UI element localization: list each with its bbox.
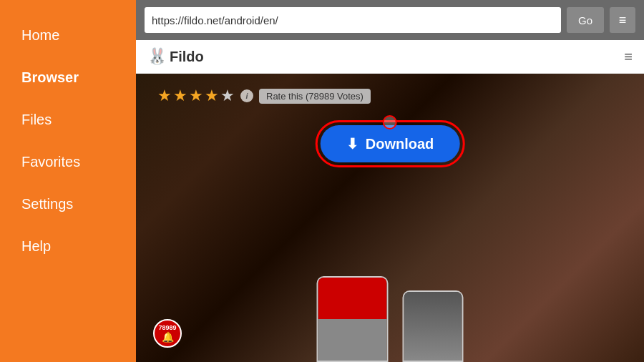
address-bar: Go ≡ — [136, 0, 644, 40]
star-5: ★ — [220, 87, 235, 105]
main-content: Go ≡ 🐰 Fildo ≡ ★ ★ ★ ★ ★ — [136, 0, 644, 362]
bell-icon: 🔔 — [162, 331, 174, 343]
phone-screen-2 — [404, 292, 462, 361]
browser-menu-button[interactable]: ≡ — [610, 7, 635, 33]
sidebar-item-files[interactable]: Files — [0, 99, 136, 141]
star-3: ★ — [189, 87, 203, 105]
votes-number: 78989 — [158, 324, 176, 331]
browser-content: ★ ★ ★ ★ ★ i Rate this (78989 Votes) ⬇ Do… — [136, 74, 644, 362]
click-indicator — [383, 115, 397, 129]
phone-area — [317, 276, 464, 362]
sidebar-item-favorites[interactable]: Favorites — [0, 141, 136, 183]
rabbit-icon: 🐰 — [147, 47, 167, 66]
phone-mockup-2 — [403, 290, 464, 362]
phone-mockup-1 — [317, 276, 389, 362]
sidebar-item-browser[interactable]: Browser — [0, 57, 136, 99]
star-rating: ★ ★ ★ ★ ★ — [157, 87, 235, 105]
go-button[interactable]: Go — [567, 7, 604, 33]
star-1: ★ — [157, 87, 172, 105]
sidebar-item-settings[interactable]: Settings — [0, 183, 136, 225]
download-arrow-icon: ⬇ — [346, 135, 358, 152]
download-highlight: ⬇ Download — [316, 120, 465, 167]
sidebar-item-home[interactable]: Home — [0, 14, 136, 57]
download-button[interactable]: ⬇ Download — [321, 125, 460, 162]
info-icon[interactable]: i — [240, 89, 253, 102]
rate-badge[interactable]: Rate this (78989 Votes) — [259, 89, 371, 104]
phone-screen-1 — [318, 278, 387, 361]
url-input[interactable] — [145, 7, 561, 33]
download-area: ⬇ Download — [316, 120, 465, 167]
votes-badge[interactable]: 78989 🔔 — [153, 319, 182, 348]
star-2: ★ — [173, 87, 187, 105]
sidebar-item-help[interactable]: Help — [0, 225, 136, 268]
rating-section: ★ ★ ★ ★ ★ i Rate this (78989 Votes) — [157, 87, 371, 105]
sidebar: Home Browser Files Favorites Settings He… — [0, 0, 136, 362]
logo-text: Fildo — [170, 49, 204, 65]
hamburger-icon[interactable]: ≡ — [624, 49, 633, 65]
browser-header: 🐰 Fildo ≡ — [136, 40, 644, 74]
browser-frame: 🐰 Fildo ≡ ★ ★ ★ ★ ★ i Rate this (78989 V… — [136, 40, 644, 362]
download-label: Download — [366, 136, 434, 152]
star-4: ★ — [205, 87, 219, 105]
fildo-logo: 🐰 Fildo — [147, 47, 204, 66]
